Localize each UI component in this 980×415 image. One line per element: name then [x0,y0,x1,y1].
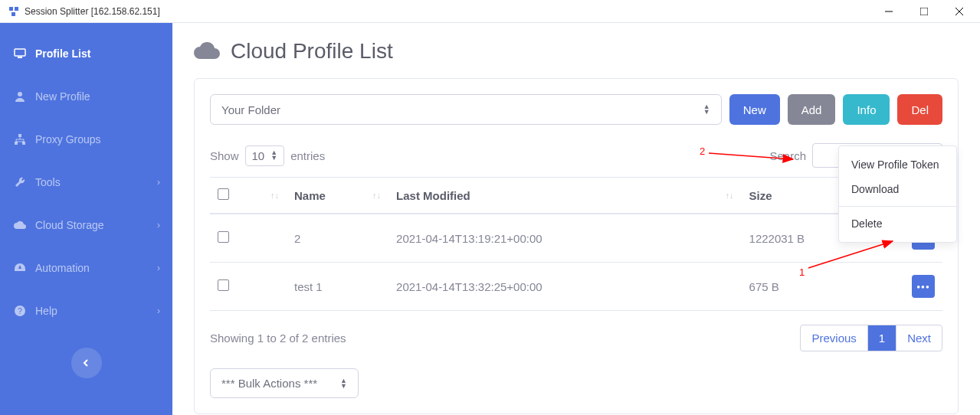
svg-rect-8 [18,57,22,58]
sidebar-item-tools[interactable]: Tools › [0,161,172,204]
minimize-button[interactable] [871,0,906,23]
table-row: 2 2021-04-14T13:19:21+00:00 1222031 B ●●… [210,214,942,263]
svg-rect-12 [22,142,25,145]
question-icon: ? [12,306,28,316]
svg-rect-11 [15,142,18,145]
select-all-checkbox[interactable] [218,188,229,200]
menu-view-profile-token[interactable]: View Profile Token [839,152,956,177]
tachometer-icon [12,263,28,273]
del-button[interactable]: Del [897,94,942,125]
sidebar-item-label: Help [35,305,57,317]
svg-text:?: ? [18,307,22,315]
sidebar-item-proxy-groups[interactable]: Proxy Groups [0,118,172,161]
row-actions-button[interactable]: ●●● [912,275,935,298]
add-button[interactable]: Add [788,94,836,125]
chevron-right-icon: › [157,306,160,316]
sidebar-item-label: Proxy Groups [35,133,101,145]
sidebar-item-cloud-storage[interactable]: Cloud Storage › [0,204,172,247]
maximize-button[interactable] [906,0,942,23]
wrench-icon [12,177,28,188]
select-arrows-icon: ▲▼ [340,378,347,389]
sitemap-icon [12,134,28,145]
row-context-menu: View Profile Token Download Delete [838,145,957,243]
cloud-icon [12,221,28,230]
cell-size: 675 B [742,263,896,311]
app-icon [8,5,20,18]
sidebar-item-label: Tools [35,176,61,188]
chevron-right-icon: › [157,220,160,230]
show-label: Show [210,149,239,162]
sort-icon: ↑↓ [372,192,381,198]
svg-rect-2 [11,12,15,16]
window-title: Session Splitter [162.158.62.151] [25,6,160,17]
sidebar-item-new-profile[interactable]: New Profile [0,75,172,118]
close-button[interactable] [942,0,977,23]
svg-rect-7 [15,49,25,56]
svg-point-9 [18,92,22,96]
cell-last-modified: 2021-04-14T13:19:21+00:00 [388,214,741,263]
menu-separator [839,206,956,207]
sidebar-item-automation[interactable]: Automation › [0,247,172,289]
svg-rect-1 [15,7,18,11]
cell-name: 2 [287,214,388,263]
previous-button[interactable]: Previous [801,325,867,351]
sidebar: Profile List New Profile Proxy Groups To… [0,23,172,415]
sidebar-item-label: Cloud Storage [35,219,104,231]
sidebar-item-label: Profile List [35,47,90,60]
folder-select[interactable]: Your Folder ▲▼ [210,94,722,125]
profiles-table: ↑↓ Name↑↓ Last Modified↑↓ Size↑↓ 2 20 [210,177,942,311]
cloud-icon [194,38,220,64]
entries-label: entries [290,149,325,162]
cell-name: test 1 [287,263,388,311]
sort-icon[interactable]: ↑↓ [270,192,279,198]
sidebar-item-help[interactable]: ? Help › [0,289,172,332]
menu-delete[interactable]: Delete [839,211,956,236]
column-last-modified[interactable]: Last Modified↑↓ [388,178,741,214]
window-titlebar: Session Splitter [162.158.62.151] [0,0,980,23]
sidebar-collapse-button[interactable] [71,348,102,378]
pagination: Previous 1 Next [800,325,942,351]
chevron-right-icon: › [157,263,160,273]
sidebar-item-label: Automation [35,262,90,274]
table-info: Showing 1 to 2 of 2 entries [210,332,346,345]
svg-rect-10 [18,134,21,137]
table-row: test 1 2021-04-14T13:32:25+00:00 675 B ●… [210,263,942,311]
page-number[interactable]: 1 [867,325,896,351]
menu-download[interactable]: Download [839,177,956,201]
select-arrows-icon: ▲▼ [703,104,710,115]
bulk-actions-select[interactable]: *** Bulk Actions *** ▲▼ [210,368,359,398]
user-icon [12,91,28,102]
page-title: Cloud Profile List [194,38,959,64]
column-name[interactable]: Name↑↓ [287,178,388,214]
select-arrows-icon: ▲▼ [270,150,277,161]
new-button[interactable]: New [729,94,780,125]
info-button[interactable]: Info [843,94,890,125]
sidebar-item-profile-list[interactable]: Profile List [0,32,172,75]
svg-rect-4 [920,8,928,15]
next-button[interactable]: Next [896,325,942,351]
search-label: Search [769,149,806,162]
cell-last-modified: 2021-04-14T13:32:25+00:00 [388,263,741,311]
svg-rect-0 [9,7,13,11]
sidebar-item-label: New Profile [35,90,90,103]
chevron-right-icon: › [157,177,160,188]
row-checkbox[interactable] [218,279,229,291]
row-checkbox[interactable] [218,231,229,243]
monitor-icon [12,48,28,59]
sort-icon: ↑↓ [726,192,734,198]
entries-select[interactable]: 10 ▲▼ [245,145,285,166]
